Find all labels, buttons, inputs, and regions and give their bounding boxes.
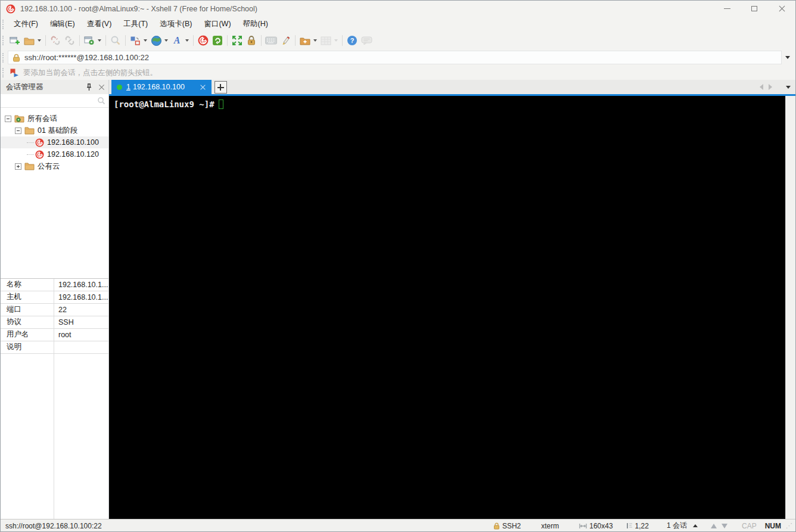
compose-grid-button[interactable]	[319, 33, 333, 48]
tab-list-caret-icon[interactable]	[786, 86, 791, 89]
encoding-dropdown-caret-icon[interactable]	[164, 39, 168, 42]
tab-properties-button[interactable]	[82, 33, 97, 48]
toolbar-separator	[295, 35, 296, 46]
menu-edit[interactable]: 编辑(E)	[44, 17, 81, 31]
session-properties-table: 名称 192.168.10.1... 主机 192.168.10.1... 端口…	[1, 278, 108, 354]
tree-item-session-100[interactable]: 192.168.10.100	[1, 136, 108, 148]
layout-dropdown-caret-icon[interactable]	[144, 39, 147, 42]
highlight-button[interactable]	[278, 33, 293, 48]
tab-scroll-left-icon[interactable]	[760, 84, 763, 90]
menu-bar: 文件(F) 编辑(E) 查看(V) 工具(T) 选项卡(B) 窗口(W) 帮助(…	[1, 17, 795, 32]
session-search-box[interactable]	[1, 94, 108, 108]
session-search-input[interactable]	[4, 97, 97, 105]
virtual-keyboard-button[interactable]	[264, 33, 278, 48]
menu-file[interactable]: 文件(F)	[8, 17, 44, 31]
expand-expander-icon[interactable]	[15, 163, 21, 170]
minimize-button[interactable]	[713, 1, 741, 17]
flag-arrow-icon	[9, 69, 19, 77]
close-button[interactable]	[768, 1, 795, 17]
new-xshell-window-button[interactable]	[196, 33, 210, 48]
tree-item-folder-cloud[interactable]: 公有云	[1, 160, 108, 172]
property-value: root	[54, 331, 108, 339]
menu-window[interactable]: 窗口(W)	[198, 17, 237, 31]
tree-item-label: 01 基础阶段	[38, 126, 77, 136]
new-session-folder-button[interactable]	[298, 33, 312, 48]
address-bar-row	[1, 49, 795, 66]
menu-view[interactable]: 查看(V)	[81, 17, 118, 31]
globe-icon	[151, 35, 162, 46]
maximize-button[interactable]	[741, 1, 768, 17]
collapse-expander-icon[interactable]	[15, 127, 21, 134]
layout-button[interactable]	[128, 33, 142, 48]
font-dropdown-caret-icon[interactable]	[185, 39, 189, 42]
font-button[interactable]: A	[170, 33, 184, 48]
terminal-screen[interactable]: [root@AlmaLinux9 ~]#	[109, 96, 795, 519]
broken-link-icon	[50, 35, 61, 46]
infobar-grip-handle[interactable]	[2, 68, 5, 77]
menu-help[interactable]: 帮助(H)	[237, 17, 274, 31]
lock-icon	[247, 35, 256, 46]
property-row-username: 用户名 root	[1, 329, 108, 341]
status-bar: ssh://root@192.168.10.100:22 SSH2 xterm …	[1, 519, 795, 532]
menu-tabs[interactable]: 选项卡(B)	[154, 17, 198, 31]
address-input[interactable]	[24, 53, 777, 62]
feedback-button[interactable]	[359, 33, 374, 48]
status-terminal-type[interactable]: xterm	[541, 522, 559, 530]
new-session-folder-caret-icon[interactable]	[313, 39, 317, 42]
close-icon	[779, 5, 785, 12]
addressbar-grip-handle[interactable]	[2, 53, 5, 63]
property-value: SSH	[54, 318, 108, 326]
status-lock-icon	[493, 522, 500, 530]
scroll-up-icon[interactable]	[711, 524, 717, 528]
status-session-count[interactable]: 1 会话	[667, 521, 687, 531]
scroll-down-icon[interactable]	[722, 524, 727, 528]
menubar-grip-handle[interactable]	[2, 20, 5, 29]
find-button[interactable]	[108, 33, 123, 48]
xshell-session-icon	[35, 138, 44, 147]
toolbar-grip-handle[interactable]	[2, 36, 5, 45]
status-connection-url: ssh://root@192.168.10.100:22	[5, 522, 102, 530]
tree-item-label: 所有会话	[27, 114, 57, 124]
help-icon: ?	[347, 35, 357, 46]
lock-screen-button[interactable]	[244, 33, 259, 48]
open-dropdown-caret-icon[interactable]	[38, 39, 41, 42]
terminal-scrollbar[interactable]	[785, 96, 795, 519]
panel-close-icon[interactable]	[99, 84, 105, 90]
property-label: 名称	[1, 279, 54, 291]
new-tab-button[interactable]	[214, 81, 227, 94]
chat-bubble-icon	[361, 36, 372, 45]
help-button[interactable]: ?	[345, 33, 359, 48]
toolbar-separator	[227, 35, 228, 46]
collapse-expander-icon[interactable]	[5, 116, 11, 122]
property-label: 协议	[1, 316, 54, 328]
fullscreen-button[interactable]	[230, 33, 244, 48]
session-list-caret-icon[interactable]	[693, 524, 698, 527]
tree-item-folder-01[interactable]: 01 基础阶段	[1, 125, 108, 136]
tab-session-active[interactable]: 1 192.168.10.100	[111, 80, 212, 94]
toolbar: A ?	[1, 32, 795, 49]
reconnect-button[interactable]	[63, 33, 77, 48]
status-cursor-position: 1,22	[635, 522, 649, 530]
address-dropdown-caret-icon[interactable]	[785, 56, 790, 59]
property-row-description: 说明	[1, 341, 108, 354]
toolbar-separator	[261, 35, 262, 46]
highlighter-pen-icon	[280, 35, 291, 46]
tab-properties-dropdown-caret-icon[interactable]	[98, 39, 101, 42]
tree-item-session-120[interactable]: 192.168.10.120	[1, 148, 108, 160]
address-field[interactable]	[8, 51, 782, 64]
tab-label: 192.168.10.100	[133, 83, 185, 91]
encoding-button[interactable]	[149, 33, 163, 48]
tab-close-icon[interactable]	[200, 85, 206, 90]
disconnect-button[interactable]	[48, 33, 63, 48]
resize-grip-icon[interactable]: ⋰	[786, 522, 792, 530]
tab-bar: 1 192.168.10.100	[109, 80, 795, 94]
menu-tools[interactable]: 工具(T)	[117, 17, 154, 31]
compose-grid-caret-icon[interactable]	[334, 39, 338, 42]
open-button[interactable]	[22, 33, 36, 48]
cursor-position-icon	[626, 522, 633, 529]
tab-scroll-right-icon[interactable]	[769, 84, 772, 90]
tree-item-all-sessions[interactable]: 所有会话	[1, 113, 108, 125]
new-session-button[interactable]	[8, 33, 22, 48]
xftp-button[interactable]	[210, 33, 225, 48]
pin-icon[interactable]	[86, 83, 92, 91]
